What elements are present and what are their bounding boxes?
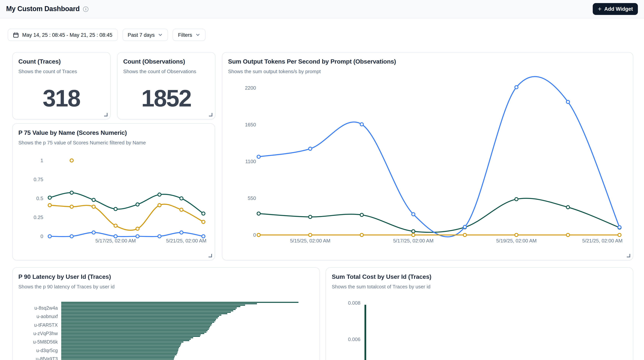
svg-text:u-tFAR5TX: u-tFAR5TX xyxy=(34,322,58,328)
svg-text:u-8sq2w4a: u-8sq2w4a xyxy=(34,305,58,311)
widget-sum-total-cost: Sum Total Cost by User Id (Traces) Shows… xyxy=(326,267,633,360)
filters-dropdown[interactable]: Filters xyxy=(172,29,206,41)
add-widget-button[interactable]: + Add Widget xyxy=(593,3,638,15)
bar-chart-p90-latency[interactable]: u-8sq2w4au-aobnuxfu-tFAR5TXu-zVqP3hwu-5M… xyxy=(13,268,320,360)
svg-text:0.75: 0.75 xyxy=(34,177,43,182)
filters-label: Filters xyxy=(178,32,192,38)
widget-title: Count (Observations) xyxy=(123,58,209,65)
widget-p90-latency: P 90 Latency by User Id (Traces) Shows t… xyxy=(12,267,320,360)
widget-count-observations: Count (Observations) Shows the count of … xyxy=(117,52,215,119)
resize-handle[interactable] xyxy=(104,113,107,116)
count-traces-value: 318 xyxy=(13,85,110,112)
widget-p75-value: P 75 Value by Name (Scores Numeric) Show… xyxy=(12,123,215,260)
line-chart-sum-output-tokens[interactable]: 05501100165022005/15/25, 02:00 AM5/17/25… xyxy=(222,53,634,261)
add-widget-label: Add Widget xyxy=(604,6,633,12)
resize-handle[interactable] xyxy=(627,254,630,257)
svg-text:5/15/25, 02:00 AM: 5/15/25, 02:00 AM xyxy=(290,238,330,244)
chevron-down-icon xyxy=(196,33,200,37)
widget-count-traces: Count (Traces) Shows the count of Traces… xyxy=(12,52,110,119)
resize-handle[interactable] xyxy=(208,254,212,257)
svg-text:u-d3qr5cg: u-d3qr5cg xyxy=(36,348,58,353)
svg-text:u-aobnuxf: u-aobnuxf xyxy=(36,314,58,319)
svg-text:u-8fVa9T3: u-8fVa9T3 xyxy=(36,356,58,360)
page-header: My Custom Dashboard + Add Widget xyxy=(0,0,644,18)
svg-text:550: 550 xyxy=(248,195,256,201)
count-observations-value: 1852 xyxy=(118,85,215,112)
widget-subtitle: Shows the count of Traces xyxy=(18,69,104,74)
svg-text:5/19/25, 02:00 AM: 5/19/25, 02:00 AM xyxy=(496,238,537,244)
svg-text:u-zVqP3hw: u-zVqP3hw xyxy=(33,331,58,336)
page-title: My Custom Dashboard xyxy=(6,5,80,13)
widget-title: Count (Traces) xyxy=(18,58,104,65)
svg-text:5/17/25, 02:00 AM: 5/17/25, 02:00 AM xyxy=(393,238,434,244)
svg-text:5/17/25, 02:00 AM: 5/17/25, 02:00 AM xyxy=(96,238,136,244)
chevron-down-icon xyxy=(158,33,163,37)
dashboard-page: My Custom Dashboard + Add Widget May 14,… xyxy=(0,0,644,360)
date-range-picker[interactable]: May 14, 25 : 08:45 - May 21, 25 : 08:45 xyxy=(8,29,118,41)
svg-text:0: 0 xyxy=(253,232,256,238)
svg-text:1650: 1650 xyxy=(245,122,256,128)
time-preset-dropdown[interactable]: Past 7 days xyxy=(122,29,168,41)
svg-text:0.006: 0.006 xyxy=(348,336,360,342)
line-chart-p75-value[interactable]: 00.250.50.7515/17/25, 02:00 AM5/21/25, 0… xyxy=(13,124,216,261)
info-icon[interactable] xyxy=(83,6,88,12)
svg-text:5/21/25, 02:00 AM: 5/21/25, 02:00 AM xyxy=(166,238,206,244)
calendar-icon xyxy=(13,32,19,38)
resize-handle[interactable] xyxy=(209,113,212,116)
widget-sum-output-tokens: Sum Output Tokens Per Second by Prompt (… xyxy=(222,52,633,260)
svg-text:5/21/25, 02:00 AM: 5/21/25, 02:00 AM xyxy=(582,238,622,244)
date-range-value: May 14, 25 : 08:45 - May 21, 25 : 08:45 xyxy=(22,32,112,38)
svg-text:0: 0 xyxy=(40,233,43,239)
svg-text:0.25: 0.25 xyxy=(34,214,43,220)
plus-icon: + xyxy=(598,6,602,12)
bar-chart-sum-total-cost[interactable]: 0.0080.006 xyxy=(326,268,634,360)
time-preset-value: Past 7 days xyxy=(128,32,154,38)
svg-text:1100: 1100 xyxy=(245,159,256,164)
svg-text:2200: 2200 xyxy=(245,85,256,91)
svg-text:u-5M8D56k: u-5M8D56k xyxy=(33,339,58,344)
svg-text:1: 1 xyxy=(40,158,43,163)
svg-text:0.5: 0.5 xyxy=(36,195,43,201)
widget-subtitle: Shows the count of Observations xyxy=(123,69,209,74)
svg-text:0.008: 0.008 xyxy=(348,300,360,306)
filter-toolbar: May 14, 25 : 08:45 - May 21, 25 : 08:45 … xyxy=(0,18,644,41)
